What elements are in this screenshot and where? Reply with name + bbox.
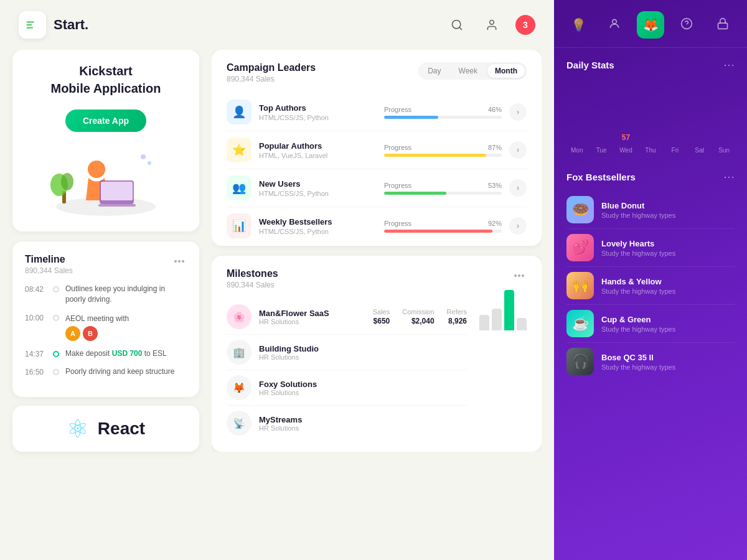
milestone-info: Man&Flower SaaS HR Solutions <box>259 309 365 325</box>
svg-rect-9 <box>101 182 133 200</box>
timeline-subtitle: 890,344 Sales <box>25 266 73 275</box>
mini-chart <box>473 299 527 330</box>
bestseller-item[interactable]: 💕 Lovely Hearts Study the highway types <box>566 229 735 267</box>
tab-day[interactable]: Day <box>420 64 448 78</box>
daily-stats-title: Daily Stats <box>566 60 614 70</box>
timeline-entry: 10:00 AEOL meeting with A B <box>25 312 187 342</box>
logo-text: Start. <box>54 17 88 33</box>
chart-bar-wrap: Thu <box>640 144 660 154</box>
create-app-button[interactable]: Create App <box>65 110 146 132</box>
bestseller-info: Cup & Green Study the highway types <box>601 315 735 333</box>
svg-point-5 <box>490 21 494 25</box>
bestseller-item[interactable]: ☕ Cup & Green Study the highway types <box>566 305 735 343</box>
stat-refers: Refers 8,926 <box>447 308 467 325</box>
timeline-entries: 08:42 Outlines keep you indulging in poo… <box>25 284 187 385</box>
milestone-info: Building Studio HR Solutions <box>259 344 467 361</box>
bestseller-thumbnail: 🍩 <box>566 196 594 223</box>
row-progress: Progress92% <box>384 220 502 233</box>
milestones-card: Milestones 890,344 Sales 🌸 <box>212 256 542 452</box>
help-icon <box>680 17 693 33</box>
header: Start. 3 <box>0 0 554 50</box>
row-progress: Progress53% <box>384 182 502 195</box>
row-icon: 👥 <box>227 175 251 200</box>
kickstart-card: KickstartMobile Application Create App <box>12 50 199 231</box>
bestseller-info: Lovely Hearts Study the highway types <box>601 239 735 257</box>
timeline-entry: 16:50 Poorly driving and keep structure <box>25 366 187 377</box>
bestseller-item[interactable]: 🍩 Blue Donut Study the highway types <box>566 191 735 229</box>
bestseller-thumbnail: 🙌 <box>566 272 594 299</box>
tab-week[interactable]: Week <box>451 64 485 78</box>
row-arrow[interactable]: › <box>509 141 527 159</box>
profile-button[interactable] <box>481 14 503 36</box>
lock-icon <box>716 17 729 33</box>
sidebar-nav-item-help[interactable] <box>673 11 700 39</box>
timeline-title: Timeline <box>25 254 73 265</box>
row-progress: Progress87% <box>384 144 502 157</box>
chart-bar <box>517 318 527 330</box>
sidebar-nav-item-lock[interactable] <box>709 11 736 39</box>
campaign-row: 📊 Weekly Bestsellers HTML/CSS/JS, Python… <box>227 207 527 245</box>
search-button[interactable] <box>446 14 468 36</box>
idea-icon: 💡 <box>571 17 586 32</box>
bestseller-info: Bose QC 35 II Study the highway types <box>601 353 735 371</box>
milestone-icon: 🌸 <box>227 304 251 329</box>
logo-icon <box>19 11 46 39</box>
daily-stats-chart: Mon Tue 57 Wed Thu Fri Sat <box>566 79 735 154</box>
timeline-menu[interactable] <box>172 254 187 269</box>
chart-bar <box>479 315 489 330</box>
fox-bestsellers-header: Fox Bestsellers ⋯ <box>566 170 735 184</box>
milestones-list: 🌸 Man&Flower SaaS HR Solutions Sales $65… <box>227 299 467 441</box>
row-arrow[interactable]: › <box>509 179 527 197</box>
entry-dot <box>53 286 59 292</box>
sidebar-nav-item-fox[interactable]: 🦊 <box>637 11 664 39</box>
campaign-tabs: Day Week Month <box>418 62 527 80</box>
stat-commission: Comission $2,040 <box>402 308 434 325</box>
bestseller-thumbnail: ☕ <box>566 310 594 337</box>
milestone-info: Foxy Solutions HR Solutions <box>259 380 467 396</box>
milestones-menu[interactable] <box>512 268 527 283</box>
entry-dot <box>53 369 59 375</box>
daily-stats-header: Daily Stats ⋯ <box>566 58 735 72</box>
row-arrow[interactable]: › <box>509 217 527 235</box>
chart-bar-highlight <box>504 290 514 330</box>
sidebar-nav-item-user[interactable] <box>601 11 628 39</box>
campaign-row: 👤 Top Authors HTML/CSS/JS, Python Progre… <box>227 93 527 131</box>
fox-bestsellers-menu[interactable]: ⋯ <box>723 170 735 184</box>
header-actions: 3 <box>446 14 535 36</box>
milestone-row: 🦊 Foxy Solutions HR Solutions <box>227 370 467 406</box>
milestones-content: 🌸 Man&Flower SaaS HR Solutions Sales $65… <box>227 299 527 441</box>
milestone-row: 🌸 Man&Flower SaaS HR Solutions Sales $65… <box>227 299 467 335</box>
chart-bar <box>492 309 502 330</box>
campaign-subtitle: 890,344 Sales <box>227 75 316 83</box>
notification-badge[interactable]: 3 <box>515 15 535 35</box>
bestseller-item[interactable]: 🎧 Bose QC 35 II Study the highway types <box>566 343 735 380</box>
tab-month[interactable]: Month <box>487 64 525 78</box>
illustration <box>44 144 168 219</box>
milestone-icon: 📡 <box>227 411 251 436</box>
sidebar-nav-item-idea[interactable]: 💡 <box>565 11 592 39</box>
daily-stats-menu[interactable]: ⋯ <box>723 58 735 72</box>
milestone-row: 📡 MyStreams HR Solutions <box>227 406 467 441</box>
milestone-info: MyStreams HR Solutions <box>259 415 467 432</box>
bestseller-item[interactable]: 🙌 Hands & Yellow Study the highway types <box>566 267 735 305</box>
svg-rect-10 <box>98 204 136 207</box>
entry-avatars: A B <box>65 326 129 341</box>
svg-point-14 <box>141 154 146 159</box>
content-grid: KickstartMobile Application Create App <box>0 50 554 560</box>
campaign-title: Campaign Leaders <box>227 62 316 73</box>
bottom-left: Timeline 890,344 Sales 08:42 Outlines ke… <box>12 241 199 452</box>
row-arrow[interactable]: › <box>509 103 527 121</box>
svg-point-15 <box>148 161 151 165</box>
row-progress: Progress46% <box>384 106 502 119</box>
react-logo: ⚛ <box>67 414 89 443</box>
campaign-card: Campaign Leaders 890,344 Sales Day Week … <box>212 50 542 246</box>
entry-dot <box>53 315 59 321</box>
svg-rect-19 <box>718 23 728 29</box>
sidebar-top-nav: 💡 🦊 <box>554 0 747 48</box>
milestone-icon: 🏢 <box>227 340 251 365</box>
avatar: A <box>65 326 80 341</box>
kickstart-title: KickstartMobile Application <box>50 62 161 97</box>
milestones-header: Milestones 890,344 Sales <box>227 268 527 289</box>
right-sidebar: 💡 🦊 Daily Stats ⋯ <box>554 0 747 560</box>
stat-sales: Sales $650 <box>373 308 390 325</box>
